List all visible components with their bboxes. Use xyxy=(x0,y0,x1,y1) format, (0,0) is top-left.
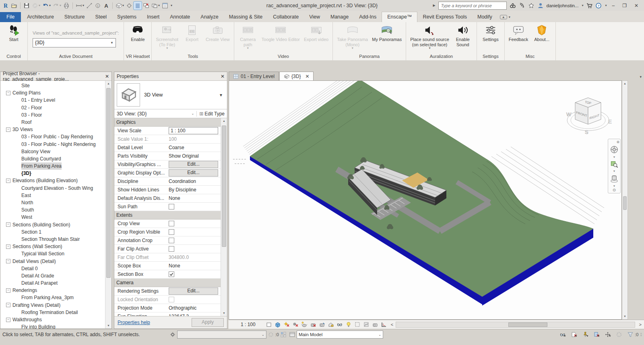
infocenter-search[interactable] xyxy=(438,2,507,10)
navigation-bar-collapse-icon[interactable]: ⊖ xyxy=(613,188,616,192)
sync-icon[interactable]: ▾ xyxy=(31,2,41,10)
tree-item-03-floor[interactable]: 03 - Floor xyxy=(0,111,105,119)
ribbon-tab-architecture[interactable]: Architecture xyxy=(22,12,59,22)
properties-icon[interactable] xyxy=(161,2,169,10)
unlink-icon[interactable] xyxy=(592,331,601,338)
project-browser-scrollbar[interactable]: ▲ ▼ xyxy=(105,81,111,329)
property-group-extents[interactable]: Extents xyxy=(114,211,221,220)
apply-button[interactable]: Apply xyxy=(192,318,224,327)
tree-item-drafting-views-detail[interactable]: −Drafting Views (Detail) xyxy=(0,302,105,309)
property-checkbox[interactable] xyxy=(169,238,174,243)
orbit-caret-icon[interactable]: ▼ xyxy=(613,185,616,187)
view-scale-control[interactable]: 1 : 100 xyxy=(241,322,256,327)
property-value[interactable]: Orthographic xyxy=(169,305,196,311)
tree-item-site[interactable]: Site xyxy=(0,82,105,89)
tree-item-north[interactable]: North xyxy=(0,199,105,206)
tree-item-typical-wall-section[interactable]: Typical Wall Section xyxy=(0,250,105,257)
property-value[interactable]: 304800.0 xyxy=(169,255,189,260)
measure-icon[interactable]: ▾ xyxy=(75,2,85,10)
tree-item-3d[interactable]: {3D} xyxy=(0,170,105,177)
properties-close-icon[interactable]: ✕ xyxy=(221,74,225,79)
tree-item-3d-views[interactable]: −3D Views xyxy=(0,126,105,133)
property-checkbox[interactable] xyxy=(169,204,174,209)
property-checkbox[interactable] xyxy=(169,271,174,277)
viewcube[interactable]: W S E TOP FRONT RIGHT xyxy=(560,92,616,144)
instance-selector-caret-icon[interactable]: ⌄ xyxy=(191,112,194,115)
save-icon[interactable] xyxy=(23,2,31,10)
ribbon-tab-modify[interactable]: Modify xyxy=(472,12,497,22)
search-icon[interactable] xyxy=(510,2,516,9)
tag-icon[interactable]: 1 xyxy=(94,2,102,10)
collapse-icon[interactable]: − xyxy=(6,127,10,132)
dropdown-caret-icon[interactable]: ▾ xyxy=(166,47,168,49)
infocenter-arrow-icon[interactable]: ▶ xyxy=(433,4,435,7)
zoom-caret-icon[interactable]: ▼ xyxy=(613,170,616,172)
tree-item-sections-building-section[interactable]: −Sections (Building Section) xyxy=(0,221,105,228)
property-checkbox[interactable] xyxy=(169,221,174,226)
vertical-scrollbar[interactable]: ▲ ▼ xyxy=(622,80,628,320)
tree-item-fly-into-building[interactable]: Fly into Building xyxy=(0,323,105,329)
undo-icon[interactable]: ▾ xyxy=(41,2,52,10)
model-canvas[interactable]: W S E TOP FRONT RIGHT ⊗ ▼ ▼ xyxy=(229,80,622,320)
dropdown-caret-icon[interactable]: ▾ xyxy=(352,47,353,49)
scroll-left-arrow-icon[interactable]: < xyxy=(388,322,396,327)
tree-item-ceiling-plans[interactable]: −Ceiling Plans xyxy=(0,89,105,97)
property-value[interactable]: None xyxy=(169,263,180,269)
project-browser-close-icon[interactable]: ✕ xyxy=(105,74,109,79)
ribbon-tab-structure[interactable]: Structure xyxy=(59,12,90,22)
tree-item-east[interactable]: East xyxy=(0,192,105,199)
tree-item-section-1[interactable]: Section 1 xyxy=(0,228,105,236)
open-icon[interactable] xyxy=(10,2,18,10)
reveal-constraints-icon[interactable] xyxy=(380,321,388,328)
orbit-icon[interactable] xyxy=(610,173,619,184)
user-menu-caret-icon[interactable]: ▾ xyxy=(582,4,583,7)
scroll-right-arrow-icon[interactable]: > xyxy=(637,322,644,327)
revit-logo[interactable]: R xyxy=(2,2,10,10)
navigation-bar[interactable]: ⊗ ▼ ▼ ▼ ⊖ xyxy=(608,139,621,193)
ribbon-tab-manage[interactable]: Manage xyxy=(325,12,354,22)
ribbon-tab-analyze[interactable]: Analyze xyxy=(195,12,223,22)
my-panoramas-button[interactable]: My Panoramas xyxy=(370,23,403,43)
drag-on-selection-icon[interactable] xyxy=(603,331,612,338)
properties-help-link[interactable]: Properties help xyxy=(118,320,150,325)
ribbon-display-toggle[interactable]: ▲▾ xyxy=(500,15,510,22)
dropdown-caret-icon[interactable]: ▾ xyxy=(429,47,431,49)
ribbon-tab-annotate[interactable]: Annotate xyxy=(165,12,195,22)
property-checkbox[interactable] xyxy=(169,246,174,252)
view-tab-3d[interactable]: {3D}✕ xyxy=(279,72,314,80)
edit-button[interactable]: Edit... xyxy=(169,169,218,177)
ribbon-tab-view[interactable]: View xyxy=(304,12,325,22)
collapse-icon[interactable]: − xyxy=(6,288,10,293)
property-group-camera[interactable]: Camera xyxy=(114,279,221,287)
enable-sound-button[interactable]: Enable Sound xyxy=(452,23,474,48)
property-checkbox[interactable] xyxy=(169,229,174,235)
property-value[interactable]: 100 xyxy=(169,136,177,142)
reveal-hidden-elements-icon[interactable] xyxy=(344,321,353,328)
tree-item-detail-at-grade[interactable]: Detail At Grade xyxy=(0,272,105,279)
tree-item-from-parking-area[interactable]: From Parking Area xyxy=(0,162,105,170)
ribbon-tab-collaborate[interactable]: Collaborate xyxy=(268,12,304,22)
tree-item-south[interactable]: South xyxy=(0,206,105,214)
editable-only-icon[interactable] xyxy=(558,331,567,338)
collapse-icon[interactable]: − xyxy=(6,303,10,307)
property-value[interactable]: By Discipline xyxy=(169,187,196,193)
zoom-region-icon[interactable] xyxy=(610,159,618,169)
tree-item-elevations-building-elevation[interactable]: −Elevations (Building Elevation) xyxy=(0,177,105,184)
aligned-dimension-icon[interactable] xyxy=(85,2,93,10)
ribbon-tab-revit-express-tools[interactable]: Revit Express Tools xyxy=(417,12,472,22)
user-avatar-icon[interactable] xyxy=(537,2,544,9)
signed-in-user[interactable]: danieljohnstin... xyxy=(547,3,579,8)
feedback-button[interactable]: Feedback xyxy=(507,23,530,43)
editing-requests-icon[interactable] xyxy=(266,331,275,338)
show-rendering-dialog-icon[interactable] xyxy=(300,321,309,328)
temporary-view-properties-icon[interactable] xyxy=(353,321,362,328)
crop-view-icon[interactable] xyxy=(309,321,318,328)
active-workset-select[interactable]: ⌄ xyxy=(177,331,266,339)
collapse-icon[interactable]: − xyxy=(6,318,10,322)
minimize-button[interactable]: – xyxy=(609,3,617,8)
property-value[interactable]: None xyxy=(169,195,180,201)
close-button[interactable]: ✕ xyxy=(632,3,641,8)
shadows-icon[interactable] xyxy=(291,321,300,328)
property-value-input[interactable]: 1 : 100 xyxy=(169,127,218,134)
view-tab-list-icon[interactable]: ▾ xyxy=(637,75,644,80)
